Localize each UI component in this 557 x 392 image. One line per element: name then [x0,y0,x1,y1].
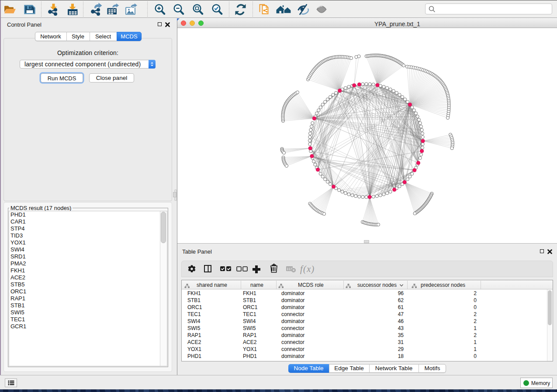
svg-text:f(x): f(x) [300,264,315,274]
